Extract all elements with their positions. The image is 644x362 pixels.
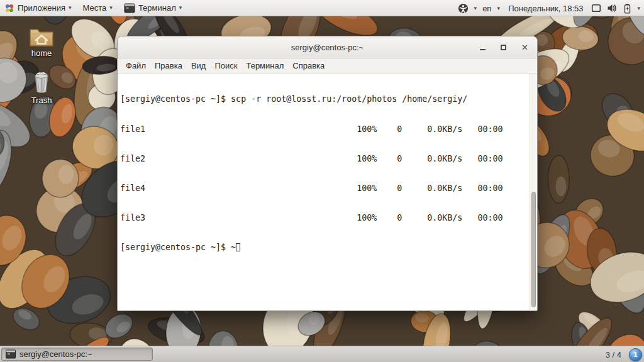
places-menu-label: Места (83, 3, 107, 13)
chevron-down-icon: ▾ (497, 6, 501, 11)
terminal-line: [sergiy@centos-pc ~]$ scp -r root@losst.… (120, 94, 528, 104)
terminal-line: file2 100% 0 0.0KB/s 00:00 (120, 154, 528, 164)
volume-icon[interactable] (607, 3, 618, 13)
desktop-icon-home[interactable]: home (21, 26, 62, 58)
active-app-menu[interactable]: Терминал ▾ (118, 0, 187, 16)
menu-search[interactable]: Поиск (210, 61, 242, 70)
taskbar-window-label: sergiy@centos-pc:~ (19, 349, 92, 359)
home-folder-icon (29, 26, 54, 47)
window-titlebar[interactable]: sergiy@centos-pc:~ ✕ (118, 36, 537, 58)
chevron-down-icon: ▾ (474, 6, 477, 11)
applications-menu-label: Приложения (18, 3, 65, 13)
keyboard-layout-indicator[interactable]: en (482, 4, 491, 13)
close-button[interactable]: ✕ (521, 43, 528, 52)
active-app-menu-label: Терминал (138, 3, 176, 13)
maximize-button[interactable] (501, 45, 506, 50)
terminal-cursor (236, 243, 240, 251)
terminal-line: file1 100% 0 0.0KB/s 00:00 (120, 124, 528, 134)
desktop-icon-home-label: home (21, 48, 62, 58)
applications-menu[interactable]: Приложения ▾ (0, 0, 77, 16)
clock[interactable]: Понедельник, 18:53 (506, 4, 586, 13)
display-icon (591, 3, 601, 13)
desktop-icon-trash-label: Trash (21, 96, 62, 105)
trash-can-icon (31, 70, 52, 94)
bottom-panel-right: 3 / 4 1 (602, 346, 642, 362)
top-panel-indicators: ▾ en ▾ Понедельник, 18:53 (458, 0, 640, 16)
menu-terminal[interactable]: Терминал (242, 61, 288, 70)
workspace-indicator[interactable]: 3 / 4 (602, 349, 625, 361)
terminal-screen[interactable]: [sergiy@centos-pc ~]$ scp -r root@losst.… (118, 74, 537, 310)
terminal-prompt-line: [sergiy@centos-pc ~]$ ~ (120, 243, 528, 253)
window-title: sergiy@centos-pc:~ (291, 43, 364, 52)
taskbar-window-button[interactable]: sergiy@centos-pc:~ (1, 348, 153, 361)
terminal-icon (6, 349, 16, 359)
chevron-down-icon: ▾ (69, 5, 72, 11)
window-controls: ✕ (480, 36, 528, 58)
top-panel: Приложения ▾ Места ▾ Терминал ▾ (0, 0, 644, 16)
accessibility-icon[interactable] (458, 3, 469, 14)
terminal-menubar: Файл Правка Вид Поиск Терминал Справка (118, 58, 537, 74)
terminal-window: sergiy@centos-pc:~ ✕ Файл Правка Вид Пои… (117, 36, 538, 311)
bottom-panel: sergiy@centos-pc:~ 3 / 4 1 (0, 346, 644, 362)
minimize-button[interactable] (480, 49, 486, 50)
terminal-line: file4 100% 0 0.0KB/s 00:00 (120, 184, 528, 194)
chevron-down-icon: ▾ (179, 5, 182, 11)
terminal-scrollbar[interactable] (530, 74, 537, 310)
applications-flower-icon (4, 3, 14, 13)
desktop: Приложения ▾ Места ▾ Терминал ▾ (0, 0, 644, 362)
prompt-text: [sergiy@centos-pc ~]$ ~ (120, 243, 236, 252)
menu-edit[interactable]: Правка (150, 61, 187, 70)
menu-view[interactable]: Вид (187, 61, 211, 70)
chevron-down-icon: ▾ (109, 5, 113, 11)
workspace-switcher-badge[interactable]: 1 (629, 348, 642, 361)
scrollbar-thumb[interactable] (531, 192, 536, 307)
menu-help[interactable]: Справка (288, 61, 329, 70)
menu-file[interactable]: Файл (121, 61, 150, 70)
places-menu[interactable]: Места ▾ (77, 0, 118, 16)
terminal-icon (124, 3, 135, 14)
terminal-line: file3 100% 0 0.0KB/s 00:00 (120, 213, 528, 223)
battery-icon[interactable] (623, 3, 631, 14)
desktop-icon-trash[interactable]: Trash (21, 70, 62, 105)
chevron-down-icon: ▾ (637, 6, 640, 11)
